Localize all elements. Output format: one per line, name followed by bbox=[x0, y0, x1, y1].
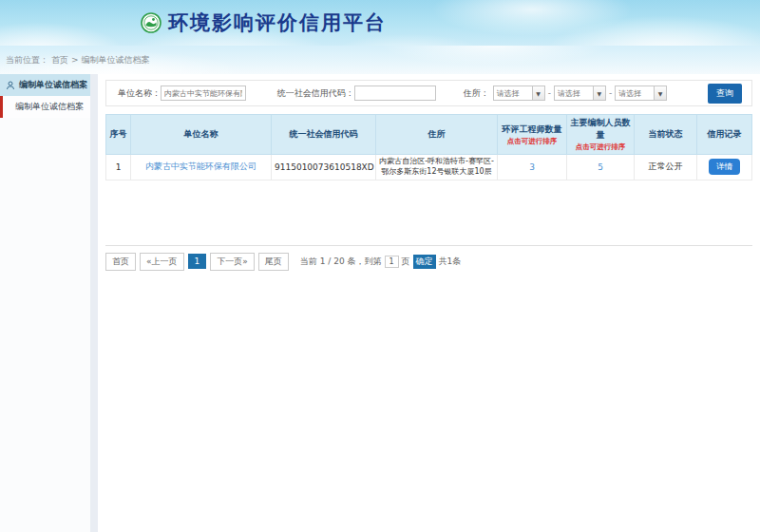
site-header: 环境影响评价信用平台 bbox=[0, 0, 760, 46]
page-title: 环境影响评价信用平台 bbox=[168, 10, 387, 36]
col-header-status: 当前状态 bbox=[635, 115, 697, 155]
results-table: 序号 单位名称 统一社会信用代码 住所 环评工程师数量 点击可进行排序 主要编制… bbox=[105, 114, 752, 180]
sidebar-main-divider bbox=[90, 74, 98, 532]
engineer-count-link[interactable]: 3 bbox=[529, 162, 535, 172]
chevron-down-icon[interactable]: ▼ bbox=[654, 86, 666, 100]
table-row: 1 内蒙古中实节能环保有限公司 9115010073610518XD 内蒙古自治… bbox=[106, 155, 752, 180]
col-header-seq: 序号 bbox=[106, 115, 131, 155]
sidebar-item-label: 编制单位诚信档案 bbox=[15, 101, 84, 113]
user-icon bbox=[6, 81, 15, 90]
pagination-info: 当前 1 / 20 条，到第 页 确定 共1条 bbox=[300, 255, 462, 269]
col-header-engineer-label: 环评工程师数量 bbox=[503, 124, 562, 134]
address-separator: - bbox=[609, 88, 612, 98]
staff-count-link[interactable]: 5 bbox=[598, 162, 603, 172]
cell-address: 内蒙古自治区-呼和浩特市-赛罕区-鄂尔多斯东街12号银联大厦10层 bbox=[376, 155, 498, 180]
pagination-current-label: 当前 bbox=[300, 256, 317, 268]
page-number-button[interactable]: 1 bbox=[188, 254, 207, 269]
address-separator: - bbox=[548, 88, 551, 98]
col-header-address: 住所 bbox=[376, 115, 498, 155]
province-select[interactable]: 请选择 ▼ bbox=[493, 86, 545, 101]
unit-name-link[interactable]: 内蒙古中实节能环保有限公司 bbox=[145, 162, 256, 171]
breadcrumb-separator: > bbox=[71, 55, 79, 65]
col-header-staff-label: 主要编制人员数量 bbox=[571, 118, 631, 140]
sort-hint: 点击可进行排序 bbox=[499, 137, 565, 146]
breadcrumb-home-link[interactable]: 首页 bbox=[51, 54, 68, 66]
main-content: 单位名称： 统一社会信用代码： 住所： 请选择 ▼ - 请选择 ▼ - 请选择 … bbox=[98, 74, 760, 532]
pagination-total: 共1条 bbox=[439, 256, 462, 268]
district-select-value: 请选择 bbox=[616, 88, 654, 99]
cell-credit-code: 9115010073610518XD bbox=[272, 155, 376, 180]
address-label: 住所： bbox=[464, 87, 489, 100]
city-select[interactable]: 请选择 ▼ bbox=[554, 86, 606, 101]
credit-code-label: 统一社会信用代码： bbox=[277, 87, 354, 100]
chevron-down-icon[interactable]: ▼ bbox=[593, 86, 605, 100]
pagination: 首页 «上一页 1 下一页» 尾页 当前 1 / 20 条，到第 页 确定 共1… bbox=[105, 245, 752, 271]
col-header-staff-count[interactable]: 主要编制人员数量 点击可进行排序 bbox=[567, 115, 635, 155]
sidebar: 编制单位诚信档案 编制单位诚信档案 bbox=[0, 74, 90, 532]
search-form: 单位名称： 统一社会信用代码： 住所： 请选择 ▼ - 请选择 ▼ - 请选择 … bbox=[105, 80, 752, 106]
query-button[interactable]: 查询 bbox=[708, 84, 742, 104]
sidebar-item-credit-archive[interactable]: 编制单位诚信档案 bbox=[0, 96, 90, 118]
pagination-page-unit: 页 bbox=[402, 256, 410, 268]
page-first-button[interactable]: 首页 bbox=[105, 253, 136, 271]
sidebar-group-credit-archive[interactable]: 编制单位诚信档案 bbox=[0, 74, 90, 96]
breadcrumb-current: 编制单位诚信档案 bbox=[82, 54, 150, 66]
district-select[interactable]: 请选择 ▼ bbox=[615, 86, 667, 101]
cell-seq: 1 bbox=[106, 155, 131, 180]
breadcrumb: 当前位置： 首页 > 编制单位诚信档案 bbox=[0, 46, 760, 74]
pagination-count-text: 1 / 20 条，到第 bbox=[320, 256, 382, 268]
cell-status: 正常公开 bbox=[635, 155, 697, 180]
unit-name-label: 单位名称： bbox=[118, 87, 161, 100]
detail-button[interactable]: 详情 bbox=[709, 159, 740, 175]
col-header-unit-name: 单位名称 bbox=[131, 115, 272, 155]
breadcrumb-label: 当前位置： bbox=[6, 54, 48, 66]
sidebar-group-label: 编制单位诚信档案 bbox=[19, 79, 87, 91]
city-select-value: 请选择 bbox=[555, 88, 593, 99]
unit-name-input[interactable] bbox=[161, 86, 246, 101]
credit-code-input[interactable] bbox=[354, 86, 436, 101]
brand: 环境影响评价信用平台 bbox=[141, 10, 387, 36]
col-header-engineer-count[interactable]: 环评工程师数量 点击可进行排序 bbox=[498, 115, 567, 155]
body-layout: 编制单位诚信档案 编制单位诚信档案 单位名称： 统一社会信用代码： 住所： 请选… bbox=[0, 74, 760, 532]
table-header-row: 序号 单位名称 统一社会信用代码 住所 环评工程师数量 点击可进行排序 主要编制… bbox=[106, 115, 752, 155]
page-jump-confirm-button[interactable]: 确定 bbox=[413, 255, 436, 269]
page-next-button[interactable]: 下一页» bbox=[210, 253, 255, 271]
page-last-button[interactable]: 尾页 bbox=[258, 253, 289, 271]
page-jump-input[interactable] bbox=[385, 256, 399, 268]
province-select-value: 请选择 bbox=[494, 88, 532, 99]
chevron-down-icon[interactable]: ▼ bbox=[532, 86, 544, 100]
sort-hint: 点击可进行排序 bbox=[568, 142, 633, 152]
mee-logo-icon bbox=[141, 12, 162, 33]
col-header-credit-record: 信用记录 bbox=[697, 115, 752, 155]
page-prev-button[interactable]: «上一页 bbox=[140, 253, 184, 271]
col-header-credit-code: 统一社会信用代码 bbox=[272, 115, 376, 155]
